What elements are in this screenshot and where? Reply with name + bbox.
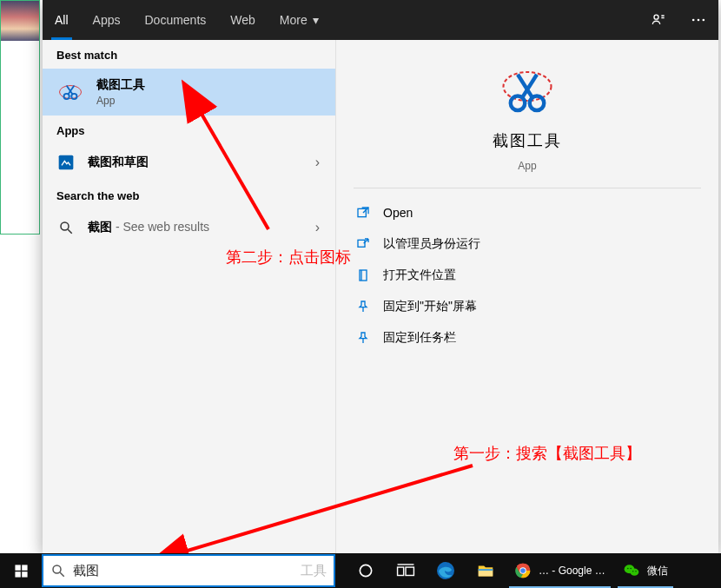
svg-rect-17 [358,208,366,216]
preview-subtitle: App [518,160,536,172]
chevron-down-icon: ▾ [313,13,319,27]
search-icon [50,563,66,578]
svg-line-28 [60,572,64,577]
tab-more-label: More [280,13,308,27]
cortana-button[interactable] [346,553,386,588]
result-subtitle: App [96,95,321,107]
result-best-match[interactable]: 截图工具 App [43,69,335,116]
tab-web[interactable]: Web [218,0,268,40]
taskbar-wechat-label: 微信 [647,564,668,578]
action-label: 固定到"开始"屏幕 [383,299,477,314]
result-web-bold: 截图 [88,220,112,234]
result-web-suffix: - See web results [112,220,209,234]
pin-taskbar-icon [355,330,371,346]
result-title: 截图和草图 [88,155,301,170]
open-icon [355,205,371,221]
taskbar-explorer[interactable] [466,553,506,588]
taskbar: 工具 … - Google … 微信 [0,553,721,588]
action-open[interactable]: Open [343,197,711,228]
snip-sketch-icon [56,153,76,172]
chevron-right-icon[interactable]: › [314,220,321,235]
svg-rect-19 [360,270,367,281]
svg-rect-35 [479,569,493,571]
start-button[interactable] [0,553,42,588]
svg-point-27 [53,565,61,573]
taskbar-chrome-label: … - Google … [539,565,605,577]
section-best-match: Best match [43,40,335,69]
task-view-button[interactable] [386,553,426,588]
action-pin-taskbar[interactable]: 固定到任务栏 [343,322,711,353]
action-run-admin[interactable]: 以管理员身份运行 [343,228,711,260]
tab-web-label: Web [230,13,255,27]
snipping-tool-icon [56,78,84,106]
tab-all-label: All [55,13,69,27]
svg-point-3 [703,19,705,22]
preview-pane: 截图工具 App Open 以管理员身份运行 打开文件位置 [336,40,718,553]
svg-point-44 [635,571,637,572]
svg-point-38 [520,568,526,573]
search-icon [56,218,76,237]
svg-rect-31 [406,567,413,575]
tab-more[interactable]: More▾ [268,0,331,40]
action-label: 以管理员身份运行 [383,236,480,252]
search-ghost-text: 工具 [301,563,327,579]
results-column: Best match 截图工具 App Apps [43,40,336,553]
taskbar-chrome[interactable]: … - Google … [506,553,614,588]
action-label: 打开文件位置 [383,268,456,283]
svg-point-1 [692,19,695,22]
feedback-icon[interactable] [638,0,678,40]
result-web-search[interactable]: 截图 - See web results › [43,209,335,246]
actions-list: Open 以管理员身份运行 打开文件位置 固定到"开始"屏幕 [336,188,718,362]
svg-rect-24 [22,565,27,570]
tab-all[interactable]: All [43,0,81,40]
action-open-location[interactable]: 打开文件位置 [343,260,711,291]
svg-rect-30 [398,567,404,575]
preview-title: 截图工具 [493,130,562,151]
chevron-right-icon[interactable]: › [314,155,321,170]
search-tabs: All Apps Documents Web More▾ [43,0,718,40]
action-pin-start[interactable]: 固定到"开始"屏幕 [343,291,711,322]
svg-point-14 [530,96,545,111]
pin-start-icon [355,299,371,314]
taskbar-wechat[interactable]: 微信 [614,553,677,588]
svg-line-11 [68,229,72,234]
tab-documents-label: Documents [144,13,206,27]
ellipsis-icon[interactable] [678,0,718,40]
svg-point-0 [654,15,658,19]
tab-apps[interactable]: Apps [81,0,133,40]
svg-point-41 [627,568,629,570]
svg-point-13 [511,96,526,111]
search-flyout: All Apps Documents Web More▾ Best match [43,0,718,553]
background-window [0,0,40,235]
taskbar-search[interactable]: 工具 [42,554,335,587]
svg-point-42 [630,568,632,570]
result-snip-sketch[interactable]: 截图和草图 › [43,144,335,181]
svg-rect-26 [22,571,27,577]
taskbar-edge[interactable] [426,553,466,588]
section-apps: Apps [43,116,335,144]
background-photo [1,1,39,41]
search-input[interactable] [73,564,297,578]
result-web-text: 截图 - See web results [88,220,301,235]
action-label: 固定到任务栏 [383,330,456,346]
svg-rect-23 [15,565,20,570]
svg-point-43 [632,571,634,572]
shield-icon [355,236,371,252]
svg-point-40 [630,569,638,576]
svg-point-29 [360,565,371,576]
svg-rect-25 [15,571,20,577]
svg-point-2 [698,19,700,22]
result-title: 截图工具 [96,77,321,93]
result-title-bold: 截图和草图 [88,155,149,168]
action-label: Open [383,206,413,220]
svg-point-5 [64,94,69,99]
section-search-web: Search the web [43,181,335,209]
svg-point-10 [61,222,69,230]
folder-icon [355,268,371,283]
svg-point-6 [71,94,76,99]
snipping-tool-icon-large [497,61,558,122]
tab-apps-label: Apps [93,13,121,27]
tab-documents[interactable]: Documents [132,0,218,40]
